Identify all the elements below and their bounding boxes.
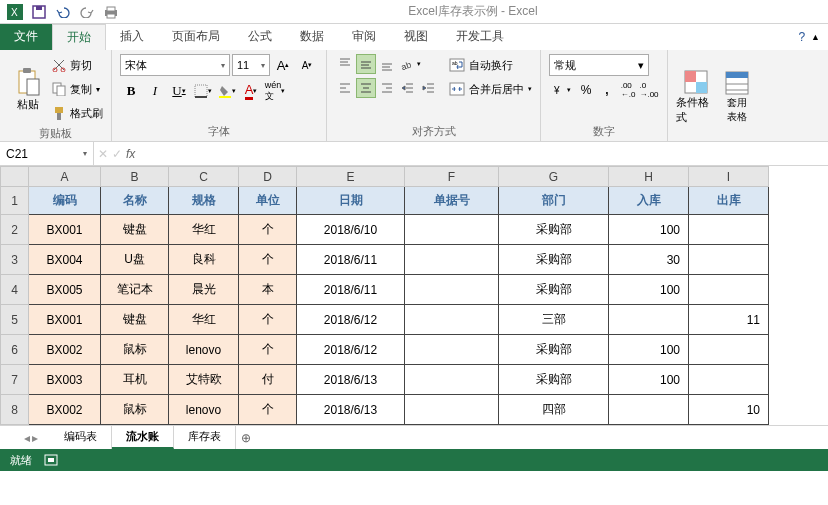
number-format-combo[interactable]: 常规▾ <box>549 54 649 76</box>
tab-file[interactable]: 文件 <box>0 24 52 50</box>
increase-font-icon[interactable]: A▴ <box>272 54 294 76</box>
border-button[interactable]: ▾ <box>192 80 214 102</box>
font-name-combo[interactable]: 宋体▾ <box>120 54 230 76</box>
merge-center-button[interactable]: 合并后居中 ▾ <box>449 78 532 100</box>
sheet-tab[interactable]: 流水账 <box>112 426 174 449</box>
cell-C[interactable]: lenovo <box>169 335 239 365</box>
cell-C[interactable]: lenovo <box>169 395 239 425</box>
fx-icon[interactable]: fx <box>126 147 135 161</box>
row-header-4[interactable]: 4 <box>1 275 29 305</box>
cell-G[interactable]: 四部 <box>499 395 609 425</box>
format-painter-button[interactable]: 格式刷 <box>52 102 103 124</box>
col-header-E[interactable]: E <box>297 167 405 187</box>
orientation-icon[interactable]: ab▾ <box>398 54 424 74</box>
conditional-format-button[interactable]: 条件格式 <box>676 54 716 139</box>
cell-D[interactable]: 个 <box>239 245 297 275</box>
col-header-C[interactable]: C <box>169 167 239 187</box>
cell-C[interactable]: 良科 <box>169 245 239 275</box>
header-cell[interactable]: 编码 <box>29 187 101 215</box>
header-cell[interactable]: 入库 <box>609 187 689 215</box>
cell-B[interactable]: 鼠标 <box>101 335 169 365</box>
next-sheet-icon[interactable]: ▸ <box>32 431 38 445</box>
cell-F[interactable] <box>405 275 499 305</box>
percent-format-icon[interactable]: % <box>576 80 596 100</box>
redo-icon[interactable] <box>76 2 98 22</box>
cell-A[interactable]: BX004 <box>29 245 101 275</box>
cell-H[interactable]: 30 <box>609 245 689 275</box>
col-header-B[interactable]: B <box>101 167 169 187</box>
cell-A[interactable]: BX002 <box>29 395 101 425</box>
copy-button[interactable]: 复制 ▾ <box>52 78 103 100</box>
cell-I[interactable] <box>689 365 769 395</box>
bold-button[interactable]: B <box>120 80 142 102</box>
align-top-icon[interactable] <box>335 54 355 74</box>
cell-G[interactable]: 采购部 <box>499 335 609 365</box>
header-cell[interactable]: 规格 <box>169 187 239 215</box>
worksheet-grid[interactable]: ABCDEFGHI1编码名称规格单位日期单据号部门入库出库2BX001键盘华红个… <box>0 166 828 425</box>
cell-A[interactable]: BX002 <box>29 335 101 365</box>
phonetic-button[interactable]: wén文▾ <box>264 80 286 102</box>
cell-I[interactable] <box>689 245 769 275</box>
align-right-icon[interactable] <box>377 78 397 98</box>
col-header-H[interactable]: H <box>609 167 689 187</box>
undo-icon[interactable] <box>52 2 74 22</box>
cell-A[interactable]: BX001 <box>29 215 101 245</box>
cell-C[interactable]: 华红 <box>169 305 239 335</box>
align-left-icon[interactable] <box>335 78 355 98</box>
cell-G[interactable]: 采购部 <box>499 365 609 395</box>
cell-D[interactable]: 个 <box>239 215 297 245</box>
collapse-ribbon-icon[interactable]: ▲ <box>811 32 820 42</box>
add-sheet-button[interactable]: ⊕ <box>236 431 256 445</box>
cell-E[interactable]: 2018/6/11 <box>297 275 405 305</box>
align-bottom-icon[interactable] <box>377 54 397 74</box>
row-header-7[interactable]: 7 <box>1 365 29 395</box>
tab-home[interactable]: 开始 <box>52 24 106 50</box>
cell-I[interactable] <box>689 335 769 365</box>
tab-formula[interactable]: 公式 <box>234 24 286 50</box>
cell-I[interactable] <box>689 215 769 245</box>
cell-B[interactable]: 笔记本 <box>101 275 169 305</box>
cell-D[interactable]: 个 <box>239 395 297 425</box>
tab-review[interactable]: 审阅 <box>338 24 390 50</box>
cell-G[interactable]: 三部 <box>499 305 609 335</box>
cell-H[interactable]: 100 <box>609 275 689 305</box>
cell-H[interactable]: 100 <box>609 215 689 245</box>
cell-G[interactable]: 采购部 <box>499 215 609 245</box>
col-header-I[interactable]: I <box>689 167 769 187</box>
cell-C[interactable]: 晨光 <box>169 275 239 305</box>
enter-icon[interactable]: ✓ <box>112 147 122 161</box>
font-color-button[interactable]: A▾ <box>240 80 262 102</box>
paste-button[interactable]: 粘贴 <box>8 54 48 124</box>
tab-view[interactable]: 视图 <box>390 24 442 50</box>
header-cell[interactable]: 单位 <box>239 187 297 215</box>
accounting-format-icon[interactable]: ¥▾ <box>549 80 575 100</box>
cell-D[interactable]: 个 <box>239 305 297 335</box>
decrease-indent-icon[interactable] <box>398 78 418 98</box>
cell-F[interactable] <box>405 305 499 335</box>
cell-G[interactable]: 采购部 <box>499 245 609 275</box>
table-format-button[interactable]: 套用 表格 <box>720 54 754 139</box>
cell-B[interactable]: 键盘 <box>101 215 169 245</box>
cell-H[interactable] <box>609 305 689 335</box>
cell-E[interactable]: 2018/6/13 <box>297 365 405 395</box>
cell-H[interactable]: 100 <box>609 335 689 365</box>
row-header-2[interactable]: 2 <box>1 215 29 245</box>
cell-F[interactable] <box>405 395 499 425</box>
cell-F[interactable] <box>405 215 499 245</box>
row-header-3[interactable]: 3 <box>1 245 29 275</box>
font-size-combo[interactable]: 11▾ <box>232 54 270 76</box>
cell-I[interactable] <box>689 275 769 305</box>
cell-E[interactable]: 2018/6/12 <box>297 305 405 335</box>
comma-format-icon[interactable]: , <box>597 80 617 100</box>
tab-insert[interactable]: 插入 <box>106 24 158 50</box>
save-icon[interactable] <box>28 2 50 22</box>
cell-E[interactable]: 2018/6/13 <box>297 395 405 425</box>
header-cell[interactable]: 日期 <box>297 187 405 215</box>
cancel-icon[interactable]: ✕ <box>98 147 108 161</box>
underline-button[interactable]: U▾ <box>168 80 190 102</box>
cell-D[interactable]: 本 <box>239 275 297 305</box>
row-header-5[interactable]: 5 <box>1 305 29 335</box>
cell-B[interactable]: U盘 <box>101 245 169 275</box>
print-icon[interactable] <box>100 2 122 22</box>
prev-sheet-icon[interactable]: ◂ <box>24 431 30 445</box>
